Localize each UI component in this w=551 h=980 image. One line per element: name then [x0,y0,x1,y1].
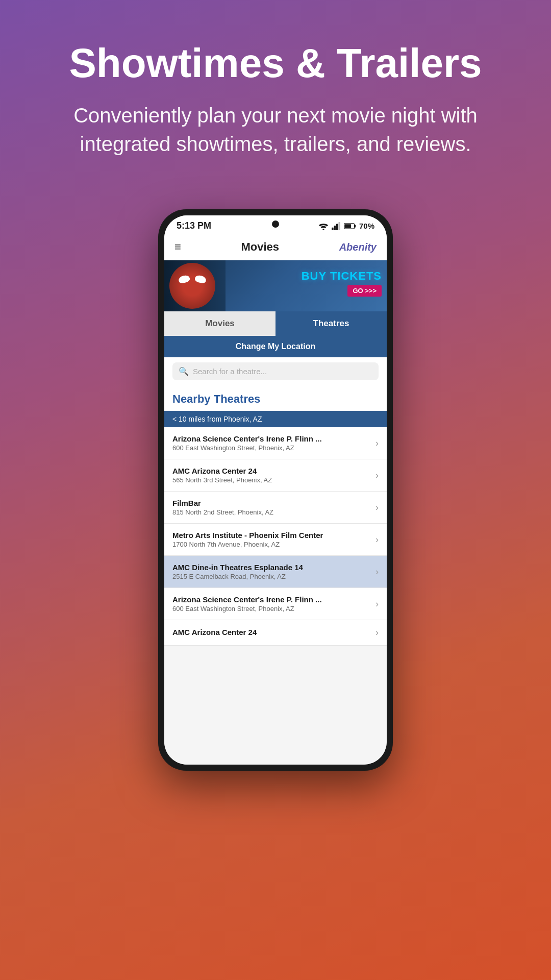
spiderman-eyes [179,276,206,283]
search-icon: 🔍 [179,366,189,376]
app-logo: Abenity [339,241,377,253]
theatre-info: Metro Arts Institute - Phoenix Film Cent… [172,531,370,548]
go-button[interactable]: GO >>> [347,285,382,297]
tab-bar: Movies Theatres [164,311,387,336]
theatre-name: FilmBar [172,499,370,507]
theatre-address: 2515 E Camelback Road, Phoenix, AZ [172,573,370,580]
theatre-list-item[interactable]: Arizona Science Center's Irene P. Flinn … [164,427,387,459]
theatre-name: AMC Arizona Center 24 [172,628,370,636]
theatre-info: AMC Dine-in Theatres Esplanade 14 2515 E… [172,563,370,580]
nearby-theatres-title: Nearby Theatres [164,385,387,411]
theatre-info: Arizona Science Center's Irene P. Flinn … [172,595,370,612]
svg-rect-4 [338,222,340,230]
search-placeholder: Search for a theatre... [193,367,267,376]
app-header-title: Movies [241,240,279,254]
search-bar: 🔍 Search for a theatre... [164,357,387,385]
theatre-list-item[interactable]: AMC Dine-in Theatres Esplanade 14 2515 E… [164,556,387,588]
theatre-info: AMC Arizona Center 24 [172,628,370,638]
buy-tickets-label: BUY TICKETS [302,270,382,283]
theatre-list-item[interactable]: AMC Arizona Center 24 › [164,620,387,646]
phone-screen: 5:13 PM [164,215,387,765]
phone-container: 5:13 PM [0,209,551,771]
chevron-right-icon: › [375,534,379,545]
battery-icon [344,223,356,230]
banner-image [164,260,226,311]
eye-left [178,274,191,284]
theatre-address: 1700 North 7th Avenue, Phoenix, AZ [172,541,370,548]
chevron-right-icon: › [375,502,379,513]
app-header: ≡ Movies Abenity [164,234,387,260]
theatre-info: AMC Arizona Center 24 565 North 3rd Stre… [172,467,370,484]
chevron-right-icon: › [375,567,379,577]
svg-rect-1 [332,227,334,230]
page: Showtimes & Trailers Conveniently plan y… [0,0,551,771]
svg-point-0 [322,229,324,230]
location-bar[interactable]: Change My Location [164,336,387,357]
theatre-address: 815 North 2nd Street, Phoenix, AZ [172,508,370,516]
svg-rect-3 [336,224,338,230]
theatre-address: 600 East Washington Street, Phoenix, AZ [172,444,370,452]
signal-icon [332,222,341,230]
spiderman-face [169,263,215,309]
theatre-name: AMC Arizona Center 24 [172,467,370,475]
theatre-info: FilmBar 815 North 2nd Street, Phoenix, A… [172,499,370,516]
tab-theatres[interactable]: Theatres [276,311,387,336]
theatres-content: Nearby Theatres < 10 miles from Phoenix,… [164,385,387,765]
theatre-name: Arizona Science Center's Irene P. Flinn … [172,434,370,443]
banner[interactable]: BUY TICKETS GO >>> [164,260,387,311]
theatre-name: Metro Arts Institute - Phoenix Film Cent… [172,531,370,540]
chevron-right-icon: › [375,627,379,638]
eye-right [194,274,207,284]
theatre-list: Arizona Science Center's Irene P. Flinn … [164,427,387,646]
distance-header: < 10 miles from Phoenix, AZ [164,411,387,427]
banner-text: BUY TICKETS GO >>> [302,270,382,297]
hamburger-icon[interactable]: ≡ [174,240,181,254]
chevron-right-icon: › [375,470,379,481]
status-time: 5:13 PM [177,220,211,231]
phone-frame: 5:13 PM [158,209,393,771]
svg-rect-7 [344,224,351,228]
status-icons: 70% [318,222,374,230]
theatre-name: Arizona Science Center's Irene P. Flinn … [172,595,370,604]
chevron-right-icon: › [375,438,379,449]
theatre-list-item[interactable]: Metro Arts Institute - Phoenix Film Cent… [164,524,387,556]
theatre-list-item[interactable]: FilmBar 815 North 2nd Street, Phoenix, A… [164,492,387,524]
svg-rect-2 [334,226,336,230]
tab-movies[interactable]: Movies [164,311,276,336]
theatre-list-item[interactable]: AMC Arizona Center 24 565 North 3rd Stre… [164,459,387,492]
page-title: Showtimes & Trailers [31,41,520,86]
battery-percent: 70% [359,222,374,230]
change-location-label: Change My Location [236,342,315,351]
chevron-right-icon: › [375,599,379,609]
theatre-name: AMC Dine-in Theatres Esplanade 14 [172,563,370,572]
camera-dot [272,220,279,228]
theatre-address: 600 East Washington Street, Phoenix, AZ [172,605,370,612]
page-header: Showtimes & Trailers Conveniently plan y… [0,0,551,179]
theatre-list-item[interactable]: Arizona Science Center's Irene P. Flinn … [164,588,387,620]
theatre-address: 565 North 3rd Street, Phoenix, AZ [172,476,370,484]
svg-rect-6 [355,225,356,227]
theatre-info: Arizona Science Center's Irene P. Flinn … [172,434,370,452]
search-input-wrap[interactable]: 🔍 Search for a theatre... [172,362,379,380]
page-subtitle: Conveniently plan your next movie night … [31,101,520,158]
wifi-icon [318,222,329,230]
